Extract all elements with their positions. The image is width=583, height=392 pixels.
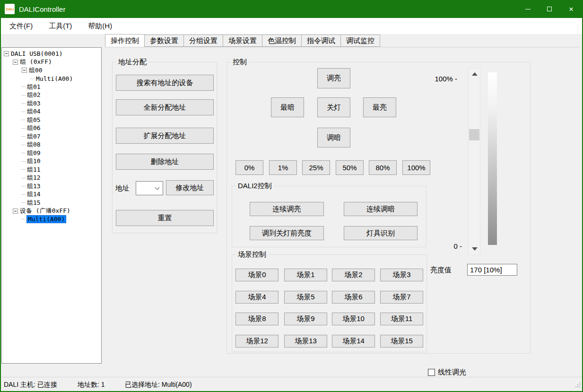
tree-item-group-root[interactable]: 组 (0xFF) (2, 58, 52, 67)
scene-15-button[interactable]: 场景15 (380, 335, 423, 348)
device-tree: DALI USB(0001) 组 (0xFF) 组00 Multi(A00) 组… (1, 47, 102, 364)
tree-item-group04[interactable]: 组04 (2, 108, 41, 116)
scene-14-button[interactable]: 场景14 (332, 335, 375, 348)
close-button[interactable]: × (560, 0, 582, 18)
percent-80-button[interactable]: 80% (369, 160, 397, 175)
scene-11-button[interactable]: 场景11 (380, 313, 423, 325)
brightness-gradient-bar (488, 72, 497, 245)
tree-item-group02[interactable]: 组02 (2, 91, 41, 100)
minimize-icon (525, 9, 531, 9)
tree-item-group06[interactable]: 组06 (2, 124, 41, 133)
continuous-dim-down-button[interactable]: 连续调暗 (344, 202, 418, 216)
darkest-button[interactable]: 最暗 (271, 97, 304, 117)
checkbox-unchecked-icon[interactable] (428, 369, 435, 376)
tree-item-group11[interactable]: 组11 (2, 166, 41, 174)
tab-parameter-settings[interactable]: 参数设置 (145, 35, 184, 47)
app-icon: DALI (5, 4, 15, 14)
tab-debug-monitor[interactable]: 调试监控 (341, 35, 380, 47)
tab-operation-control[interactable]: 操作控制 (105, 34, 145, 47)
scene-8-button[interactable]: 场景8 (235, 313, 278, 325)
window-controls: × (517, 0, 582, 18)
linear-dimming-checkbox-row[interactable]: 线性调光 (428, 368, 466, 377)
reset-button[interactable]: 重置 (116, 210, 214, 226)
tree-item-group03[interactable]: 组03 (2, 99, 41, 108)
scene-7-button[interactable]: 场景7 (380, 291, 423, 304)
tree-item-dali-usb[interactable]: DALI USB(0001) (2, 50, 63, 58)
search-addressed-devices-button[interactable]: 搜索有地址的设备 (116, 75, 214, 91)
scene-control-title: 场景控制 (236, 250, 268, 259)
tab-command-debug[interactable]: 指令调试 (302, 35, 341, 47)
brightest-button[interactable]: 最亮 (363, 97, 396, 117)
close-icon: × (569, 5, 574, 13)
scene-4-button[interactable]: 场景4 (235, 291, 278, 304)
tree-item-group12[interactable]: 组12 (2, 174, 41, 183)
title-bar: DALI DALIController × (0, 0, 583, 18)
tree-item-group10[interactable]: 组10 (2, 157, 41, 166)
expand-minus-icon[interactable] (22, 68, 27, 73)
tree-item-group00[interactable]: 组00 (2, 66, 43, 75)
scene-0-button[interactable]: 场景0 (235, 269, 278, 281)
scrollbar-thumb[interactable] (469, 129, 479, 140)
scene-6-button[interactable]: 场景6 (332, 291, 375, 304)
modify-address-button[interactable]: 修改地址 (166, 180, 214, 195)
scene-13-button[interactable]: 场景13 (284, 335, 327, 348)
menu-bar: 文件(F) 工具(T) 帮助(H) (1, 18, 582, 34)
tree-item-group14[interactable]: 组14 (2, 191, 41, 199)
tree-item-group13[interactable]: 组13 (2, 182, 41, 191)
dim-up-button[interactable]: 调亮 (317, 68, 350, 88)
lamp-identify-button[interactable]: 灯具识别 (344, 226, 418, 240)
tree-item-device-broadcast[interactable]: 设备 (广播0xFF) (2, 207, 70, 216)
app-window: DALI DALIController × 文件(F) 工具(T) 帮助(H) … (0, 0, 583, 392)
percent-1-button[interactable]: 1% (269, 160, 297, 175)
percent-0-button[interactable]: 0% (235, 160, 263, 175)
tree-item-multi-a00-selected[interactable]: Multi(A00) (2, 215, 66, 224)
scene-1-button[interactable]: 场景1 (284, 269, 327, 281)
scene-9-button[interactable]: 场景9 (284, 313, 327, 325)
address-combobox[interactable] (136, 181, 163, 195)
continuous-dim-up-button[interactable]: 连续调亮 (250, 202, 324, 216)
dim-down-button[interactable]: 调暗 (317, 128, 350, 148)
delete-address-button[interactable]: 删除地址 (116, 154, 214, 170)
expand-minus-icon[interactable] (13, 60, 18, 65)
status-bar: DALI 主机: 已连接 地址数: 1 已选择地址: Multi(A00) (0, 377, 583, 391)
tab-color-temp-control[interactable]: 色温控制 (262, 35, 302, 47)
tree-item-group01[interactable]: 组01 (2, 83, 41, 91)
light-off-button[interactable]: 关灯 (317, 97, 350, 117)
goto-last-level-button[interactable]: 调到关灯前亮度 (250, 226, 324, 240)
address-allocation-title: 地址分配 (116, 58, 148, 67)
percent-100-button[interactable]: 100% (402, 160, 430, 175)
tree-item-group09[interactable]: 组09 (2, 149, 41, 157)
maximize-button[interactable] (539, 0, 560, 18)
assign-new-addresses-button[interactable]: 全新分配地址 (116, 99, 214, 115)
slider-max-label: 100% - (428, 75, 457, 83)
resize-grip-icon[interactable] (574, 383, 580, 388)
menu-tools[interactable]: 工具(T) (44, 18, 77, 34)
scroll-up-icon[interactable] (472, 72, 478, 76)
menu-help[interactable]: 帮助(H) (83, 18, 117, 34)
scene-10-button[interactable]: 场景10 (332, 313, 375, 325)
percent-25-button[interactable]: 25% (302, 160, 330, 175)
tree-item-group08[interactable]: 组08 (2, 141, 41, 149)
selected-tree-label: Multi(A00) (27, 216, 66, 223)
tree-item-group07[interactable]: 组07 (2, 132, 41, 141)
scene-3-button[interactable]: 场景3 (380, 269, 423, 281)
scene-5-button[interactable]: 场景5 (284, 291, 327, 304)
scene-2-button[interactable]: 场景2 (332, 269, 375, 281)
tree-item-multi-a00-group[interactable]: Multi(A00) (2, 75, 73, 83)
tree-item-group15[interactable]: 组15 (2, 199, 41, 207)
expand-minus-icon[interactable] (4, 51, 9, 56)
menu-file[interactable]: 文件(F) (5, 18, 37, 34)
scene-12-button[interactable]: 场景12 (235, 335, 278, 348)
percent-50-button[interactable]: 50% (336, 160, 364, 175)
scroll-down-icon[interactable] (472, 247, 478, 251)
expand-minus-icon[interactable] (13, 209, 18, 214)
brightness-value-box[interactable]: 170 [10%] (467, 264, 517, 276)
tab-grouping-settings[interactable]: 分组设置 (184, 35, 223, 47)
assign-extended-addresses-button[interactable]: 扩展分配地址 (116, 128, 214, 144)
tab-scene-settings[interactable]: 场景设置 (223, 35, 262, 47)
tree-item-group05[interactable]: 组05 (2, 116, 41, 124)
brightness-scrollbar[interactable] (468, 68, 480, 255)
tab-bar: 操作控制 参数设置 分组设置 场景设置 色温控制 指令调试 调试监控 (105, 35, 380, 47)
minimize-button[interactable] (517, 0, 539, 18)
chevron-down-icon (155, 185, 160, 190)
